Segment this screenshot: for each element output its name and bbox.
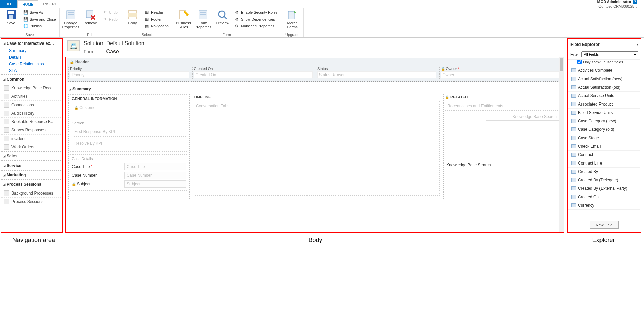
nav-section-head[interactable]: Service — [1, 161, 62, 170]
first-response-kpi-field[interactable]: First Response By KPI — [72, 127, 186, 137]
filter-select[interactable]: All Fields — [581, 51, 638, 57]
help-icon[interactable]: ? — [633, 0, 637, 4]
redo-button[interactable]: ↷Redo — [101, 16, 118, 22]
tab-summary[interactable]: Summary — [68, 85, 561, 93]
nav-process-item[interactable]: Background Processes — [1, 189, 62, 198]
show-dependencies-button[interactable]: ⚙Show Dependencies — [234, 16, 278, 22]
undo-button[interactable]: ↶Undo — [101, 9, 118, 16]
field-explorer-item[interactable]: Activities Complete — [568, 66, 640, 75]
case-detail-row[interactable]: Case NumberCase Number — [72, 172, 186, 179]
field-explorer-item[interactable]: Created By (Delegate) — [568, 176, 640, 184]
nav-item-icon — [4, 199, 9, 204]
tab-insert[interactable]: INSERT — [38, 0, 61, 8]
navigation-area: Case for Interactive ex… SummaryDetailsC… — [1, 38, 63, 233]
field-explorer-item[interactable]: Actual Satisfaction (old) — [568, 83, 640, 92]
nav-common-item[interactable]: Work Orders — [1, 143, 62, 151]
save-button[interactable]: Save — [3, 9, 20, 25]
header-field[interactable]: Created OnCreated On — [192, 66, 315, 79]
field-explorer-item[interactable]: Actual Satisfaction (new) — [568, 75, 640, 83]
svg-rect-9 — [128, 13, 137, 17]
field-explorer-item[interactable]: Case Category (old) — [568, 125, 640, 134]
field-explorer-item[interactable]: Created On — [568, 193, 640, 201]
nav-process-item[interactable]: Process Sessions — [1, 198, 62, 206]
field-explorer-item[interactable]: Contract — [568, 151, 640, 159]
form-label: Form: — [84, 49, 96, 54]
field-explorer-item[interactable]: Created By (External Party) — [568, 184, 640, 193]
scrollbar-thumb[interactable] — [560, 58, 563, 71]
field-explorer-item[interactable]: Actual Service Units — [568, 92, 640, 100]
form-header-section[interactable]: 🔒Header PriorityPriorityCreated OnCreate… — [67, 58, 563, 82]
field-explorer-item[interactable]: Billed Service Units — [568, 109, 640, 117]
section-general: GENERAL INFORMATION — [72, 96, 186, 103]
publish-button[interactable]: 🌐Publish — [22, 23, 57, 29]
merge-forms-button[interactable]: Merge Forms — [284, 9, 301, 29]
header-field[interactable]: 🔒Owner *Owner — [439, 66, 562, 79]
header-field[interactable]: PriorityPriority — [68, 66, 191, 79]
vertical-scrollbar[interactable] — [559, 57, 564, 232]
preview-button[interactable]: Preview — [214, 9, 231, 25]
nav-item-icon — [4, 111, 9, 116]
tab-file[interactable]: FILE — [0, 0, 17, 8]
nav-tree-item[interactable]: Details — [6, 54, 62, 61]
business-rules-icon — [178, 9, 189, 20]
kb-search-placeholder[interactable]: Knowledge Base Search — [486, 113, 560, 121]
nav-root[interactable]: Case for Interactive ex… — [1, 40, 62, 47]
nav-tree-item[interactable]: Case Relationships — [6, 61, 62, 67]
customer-field[interactable]: 🔒 Customer — [72, 103, 186, 112]
header-select-button[interactable]: ▦Header — [144, 9, 169, 16]
resolve-by-kpi-field[interactable]: Resolve By KPI — [72, 139, 186, 148]
business-rules-button[interactable]: Business Rules — [175, 9, 192, 29]
nav-common-item[interactable]: Audit History — [1, 109, 62, 118]
new-field-button[interactable]: New Field — [590, 221, 619, 229]
navigation-icon: ▤ — [144, 23, 150, 29]
body-select-button[interactable]: Body — [124, 9, 141, 25]
nav-common-item[interactable]: Activities — [1, 92, 62, 101]
nav-section-head[interactable]: Marketing — [1, 170, 62, 180]
nav-tree-item[interactable]: Summary — [6, 47, 62, 54]
header-field[interactable]: StatusStatus Reason — [316, 66, 438, 79]
nav-section-head[interactable]: Process Sessions — [1, 180, 62, 189]
ribbon-group-select: Select — [124, 33, 169, 37]
nav-item-icon — [4, 190, 9, 196]
unused-fields-checkbox[interactable] — [577, 60, 582, 64]
managed-properties-button[interactable]: ⚙Managed Properties — [234, 23, 278, 29]
nav-common-item[interactable]: Bookable Resource B… — [1, 118, 62, 126]
field-explorer-item[interactable]: Check Email — [568, 142, 640, 151]
field-explorer-item[interactable]: Case Category (new) — [568, 117, 640, 125]
lock-icon: 🔒 — [74, 106, 78, 110]
footer-select-button[interactable]: ▦Footer — [144, 16, 169, 22]
field-explorer-item[interactable]: Contract Line — [568, 159, 640, 168]
field-explorer-item[interactable]: Created By — [568, 168, 640, 176]
timeline-placeholder[interactable]: Conversation Tabs — [194, 101, 440, 196]
nav-common-item[interactable]: Knowledge Base Reco… — [1, 84, 62, 92]
section-case-details: Case Details — [72, 156, 186, 163]
navigation-select-button[interactable]: ▤Navigation — [144, 23, 169, 29]
nav-tree-item[interactable]: SLA — [6, 67, 62, 74]
save-as-button[interactable]: 💾Save As — [22, 9, 57, 16]
section-related: 🔒RELATED — [445, 94, 560, 101]
field-icon — [571, 136, 576, 140]
save-close-button[interactable]: 💾Save and Close — [22, 16, 57, 22]
case-detail-row[interactable]: 🔒 SubjectSubject — [72, 180, 186, 188]
remove-button[interactable]: Remove — [82, 9, 99, 25]
form-properties-button[interactable]: Form Properties — [195, 9, 211, 29]
explorer-expand-icon[interactable]: › — [637, 42, 638, 47]
nav-common-item[interactable]: incident — [1, 135, 62, 143]
nav-item-icon — [4, 94, 9, 99]
field-explorer-item[interactable]: Currency — [568, 201, 640, 210]
recent-cases-field[interactable]: Recent cases and Entitlements — [445, 101, 560, 111]
nav-common-item[interactable]: Connections — [1, 101, 62, 109]
ribbon-group-form: Form — [175, 33, 278, 37]
nav-common-head[interactable]: Common — [1, 75, 62, 84]
security-roles-button[interactable]: ⚙Enable Security Roles — [234, 9, 278, 16]
nav-section-head[interactable]: Sales — [1, 151, 62, 161]
annotation-body: Body — [67, 237, 563, 244]
field-icon — [571, 161, 576, 165]
org-chevron-icon[interactable]: ⌵ — [636, 5, 637, 8]
field-explorer-item[interactable]: Case Stage — [568, 134, 640, 142]
tab-home[interactable]: HOME — [17, 0, 38, 8]
case-detail-row[interactable]: Case Title *Case Title — [72, 163, 186, 170]
nav-common-item[interactable]: Survey Responses — [1, 126, 62, 135]
field-explorer-item[interactable]: Associated Product — [568, 100, 640, 109]
change-properties-button[interactable]: Change Properties — [62, 9, 79, 29]
